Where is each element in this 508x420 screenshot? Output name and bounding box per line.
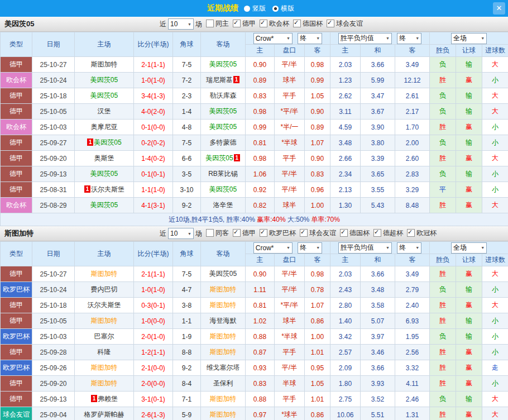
team-name[interactable]: 洛辛堡	[213, 201, 233, 209]
team-name[interactable]: 美因茨05	[90, 76, 118, 84]
filter-checkbox[interactable]: 德甲	[233, 19, 256, 28]
match-date: 25-10-27	[32, 57, 75, 73]
red-card-badge: 1	[87, 139, 93, 146]
team-name[interactable]: 弗赖堡	[98, 395, 118, 403]
filter-checkbox[interactable]: 球会友谊	[327, 19, 363, 28]
team-name[interactable]: 多特蒙德	[210, 139, 237, 146]
home-team-cell: 斯图加特	[75, 313, 134, 329]
team-name[interactable]: 美因茨05	[90, 92, 118, 99]
team-name[interactable]: RB莱比锡	[208, 170, 238, 178]
team-name[interactable]: 斯图加特	[210, 332, 237, 340]
league-type-badge: 德甲	[1, 376, 32, 392]
asian-handicap: *半球	[275, 135, 305, 151]
team-name[interactable]: 斯图加特	[210, 285, 237, 293]
team-name[interactable]: 费内巴切	[91, 285, 118, 293]
team-name[interactable]: 斯图加特	[91, 379, 118, 387]
euro-draw-odds: 3.67	[361, 104, 395, 120]
filter-checkbox[interactable]: 欧会杯	[260, 19, 289, 28]
team-name[interactable]: 美因茨05	[209, 185, 237, 193]
euro-final-select[interactable]: 终▼	[397, 242, 421, 254]
filter-checkbox[interactable]: 德国杯	[340, 228, 370, 238]
red-card-badge: 1	[84, 185, 90, 193]
team-name[interactable]: 美因茨05	[205, 154, 233, 162]
team-name[interactable]: 巴塞尔	[94, 332, 114, 340]
filter-checkbox[interactable]: 欧罗巴杯	[260, 228, 296, 238]
away-team-cell: RB莱比锡	[201, 166, 246, 182]
match-count-select[interactable]: 10▼	[168, 228, 194, 239]
team-name[interactable]: 斯图加特	[91, 364, 118, 371]
home-team-cell: 巴塞尔	[75, 329, 134, 345]
filter-checkbox[interactable]: 球会友谊	[300, 228, 336, 238]
team-name[interactable]: 美因茨05	[90, 201, 118, 209]
match-count-select[interactable]: 10▼	[168, 18, 194, 30]
euro-home-odds: 2.13	[330, 182, 361, 198]
team-name[interactable]: 格罗萨斯帕赫	[84, 411, 124, 418]
team-name[interactable]: 斯图加特	[210, 301, 237, 309]
odds-source-select[interactable]: Crow*▼	[253, 242, 293, 254]
odds-final-select[interactable]: 终▼	[298, 242, 322, 254]
team-name[interactable]: 斯图加特	[91, 270, 118, 278]
wdl-average-select[interactable]: 胜平负均值▼	[338, 242, 392, 254]
home-team-cell: 1弗赖堡	[75, 392, 134, 407]
team-name-heading: 美因茨05	[0, 19, 160, 29]
team-name[interactable]: 斯图加特	[210, 411, 237, 418]
result-wdl: 胜	[430, 313, 456, 329]
team-name[interactable]: 斯图加特	[91, 317, 118, 324]
filter-checkbox[interactable]: 同客	[206, 228, 229, 238]
result-goals: 小	[482, 329, 508, 345]
chevron-down-icon: ▼	[316, 36, 320, 40]
chevron-down-icon: ▼	[286, 36, 290, 40]
euro-odds-header: 胜平负均值▼ 终▼	[330, 242, 430, 254]
team-name[interactable]: 汉堡	[98, 107, 111, 115]
team-name[interactable]: 奥摩尼亚	[91, 123, 118, 131]
result-handicap: 输	[456, 282, 482, 298]
team-name[interactable]: 美因茨05	[209, 123, 237, 131]
home-team-cell: 1美因茨05	[75, 135, 134, 151]
team-name[interactable]: 美因茨05	[209, 60, 237, 68]
red-card-badge: 1	[91, 395, 97, 402]
close-button[interactable]: ✕	[493, 2, 505, 15]
checkbox-icon	[206, 20, 214, 27]
team-name[interactable]: 美因茨05	[90, 170, 118, 178]
match-row: 德甲25-09-20斯图加特2-0(0-0)8-4圣保利0.83半球1.051.…	[1, 376, 508, 392]
team-name[interactable]: 奥斯堡	[94, 154, 114, 162]
team-name[interactable]: 美因茨05	[209, 107, 237, 115]
corner-score: 3-8	[173, 298, 201, 313]
team-name[interactable]: 圣保利	[213, 379, 233, 387]
team-name[interactable]: 勒沃库森	[210, 92, 237, 99]
full-match-select[interactable]: 全场▼	[451, 33, 487, 44]
layout-option-vertical[interactable]: 竖版	[244, 4, 266, 13]
team-name[interactable]: 斯图加特	[91, 60, 118, 68]
euro-home-odds: 1.80	[330, 376, 361, 392]
team-name[interactable]: 美因茨05	[209, 270, 237, 278]
match-score: 1-0(1-0)	[134, 73, 173, 88]
filter-checkbox[interactable]: 德甲	[233, 228, 256, 238]
wdl-average-select[interactable]: 胜平负均值▼	[338, 33, 392, 44]
team-name[interactable]: 海登海默	[210, 317, 237, 324]
team-name[interactable]: 美因茨05	[94, 139, 121, 146]
layout-option-horizontal[interactable]: 横版	[272, 4, 294, 13]
team-name[interactable]: 瑞尼斯基	[206, 76, 233, 84]
filter-checkbox[interactable]: 同主	[206, 19, 229, 28]
odds-final-select[interactable]: 终▼	[298, 33, 322, 44]
team-name[interactable]: 沃尔夫斯堡	[91, 185, 124, 193]
home-team-cell: 奥摩尼亚	[75, 120, 134, 135]
filter-checkbox[interactable]: 德国杯	[293, 19, 323, 28]
result-wdl: 胜	[430, 120, 456, 135]
filter-checkbox[interactable]: 德超杯	[373, 228, 403, 238]
result-goals: 大	[482, 266, 508, 282]
checkbox-icon	[233, 20, 241, 27]
team-name[interactable]: 沃尔夫斯堡	[88, 301, 121, 309]
team-name[interactable]: 科隆	[98, 348, 111, 356]
result-handicap: 赢	[456, 345, 482, 360]
full-match-select[interactable]: 全场▼	[451, 242, 487, 254]
team-name[interactable]: 维戈塞尔塔	[207, 364, 240, 371]
filter-checkbox[interactable]: 欧冠杯	[407, 228, 437, 238]
away-team-cell: 圣保利	[201, 376, 246, 392]
team-name[interactable]: 斯图加特	[210, 348, 237, 356]
team-name[interactable]: 斯图加特	[210, 395, 237, 403]
match-row: 德甲25-09-13美因茨050-1(0-1)3-5RB莱比锡1.06平/半0.…	[1, 166, 508, 182]
match-count-value: 10	[170, 230, 178, 237]
odds-source-select[interactable]: Crow*▼	[253, 33, 293, 44]
euro-final-select[interactable]: 终▼	[397, 33, 421, 44]
